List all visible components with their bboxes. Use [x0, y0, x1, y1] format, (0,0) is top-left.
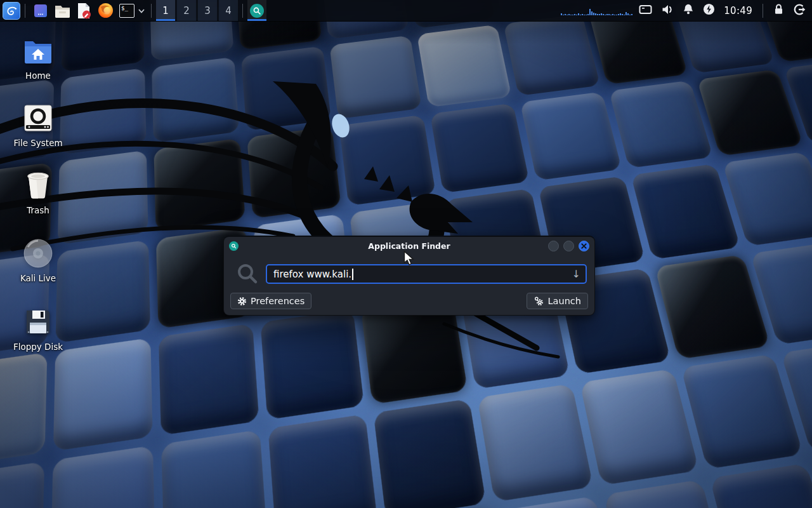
folder-icon	[55, 4, 70, 18]
desktop-icon-floppy-disk[interactable]: Floppy Disk	[8, 307, 69, 352]
window-title: Application Finder	[224, 241, 594, 251]
terminal-icon: $_	[119, 4, 134, 18]
wallpaper-cube	[159, 323, 259, 435]
clock[interactable]: 10:49	[724, 5, 752, 17]
wallpaper-cube	[520, 91, 622, 180]
wallpaper-cube	[241, 46, 331, 131]
wallpaper-cube	[374, 399, 487, 508]
volume-icon[interactable]	[661, 4, 674, 18]
launch-button[interactable]: Launch	[527, 293, 588, 309]
wallpaper-cube	[260, 309, 364, 420]
wallpaper-cube	[247, 126, 341, 218]
workspace-2[interactable]: 2	[177, 0, 196, 21]
lock-icon[interactable]	[773, 3, 784, 18]
preferences-button[interactable]: Preferences	[230, 293, 311, 309]
launcher-firefox[interactable]	[97, 2, 114, 20]
workspace-switcher: 1 2 3 4	[156, 0, 238, 21]
wallpaper-cube	[417, 25, 511, 107]
logout-icon[interactable]	[793, 3, 806, 18]
wallpaper-cube	[697, 69, 803, 156]
search-input-value: firefox www.kali.	[273, 269, 351, 280]
launcher-file-manager[interactable]	[54, 2, 70, 20]
wallpaper-cube	[329, 36, 422, 119]
wallpaper-cube	[51, 445, 155, 508]
desktop-icon-home[interactable]: Home	[8, 36, 69, 81]
panel-separator	[25, 4, 25, 18]
workspace-1[interactable]: 1	[156, 0, 175, 21]
harddrive-icon	[23, 103, 53, 133]
wallpaper-cube	[503, 14, 600, 96]
wallpaper-cube	[710, 464, 812, 508]
wallpaper-cube	[60, 68, 147, 154]
run-gear-icon	[534, 296, 544, 306]
titlebar[interactable]: Application Finder	[224, 237, 594, 255]
workspace-4[interactable]: 4	[219, 0, 238, 21]
wallpaper-cube	[655, 255, 770, 359]
wallpaper-cube	[339, 115, 436, 206]
applications-menu-button[interactable]	[3, 2, 20, 20]
finder-body: firefox www.kali. ↓ Preferences Launch	[224, 255, 594, 316]
trash-icon	[23, 170, 53, 201]
wallpaper-cube	[681, 354, 803, 469]
desktop-icon-label: Floppy Disk	[13, 342, 63, 352]
wallpaper-cube	[161, 430, 267, 508]
wallpaper-cube	[56, 240, 150, 344]
dropdown-arrow-icon[interactable]: ↓	[572, 268, 580, 280]
desktop-icon-label: Home	[25, 70, 51, 81]
wallpaper-cube	[0, 352, 47, 467]
close-button[interactable]	[579, 241, 589, 251]
terminal-dropdown-chevron[interactable]	[138, 8, 145, 14]
launcher-terminal[interactable]: $_	[119, 2, 135, 20]
wallpaper-cube	[58, 150, 148, 245]
wallpaper-cube	[609, 81, 713, 168]
power-manager-icon[interactable]	[703, 3, 715, 18]
floppy-icon	[23, 307, 53, 337]
wallpaper-cube	[430, 103, 530, 193]
desktop-icon-label: Kali Live	[20, 273, 56, 283]
optical-disc-icon	[23, 238, 53, 269]
document-edit-icon	[76, 3, 91, 19]
workspace-3[interactable]: 3	[198, 0, 217, 21]
desktop-icon-label: File System	[13, 138, 62, 148]
display-icon[interactable]	[639, 4, 652, 18]
launcher-text-editor[interactable]	[75, 2, 92, 20]
wallpaper-cube	[152, 57, 239, 143]
desktop-icon-trash[interactable]: Trash	[8, 170, 69, 215]
wallpaper-cube	[631, 164, 740, 260]
notifications-bell-icon[interactable]	[683, 3, 694, 18]
wallpaper-cube	[580, 369, 699, 486]
desktop-icon-label: Trash	[27, 205, 49, 215]
top-panel: $_ 1 2 3 4	[0, 0, 812, 22]
home-folder-icon	[23, 36, 53, 66]
wallpaper-cube	[477, 384, 593, 502]
wallpaper-cube	[268, 414, 377, 508]
wallpaper-cube	[0, 462, 44, 508]
wallpaper-cube	[154, 138, 245, 232]
wallpaper-cube	[604, 479, 730, 508]
dashboard-icon	[33, 3, 48, 18]
desktop-icon-kali-live[interactable]: Kali Live	[8, 238, 69, 283]
search-glyph-icon	[236, 262, 259, 288]
network-activity-graph[interactable]	[561, 6, 632, 15]
text-caret	[352, 269, 353, 280]
gear-icon	[237, 297, 247, 306]
panel-separator	[763, 4, 763, 18]
application-finder-window: Application Finder firefox www.kali. ↓	[223, 236, 595, 316]
search-icon	[250, 4, 264, 18]
minimize-button[interactable]	[548, 241, 559, 251]
taskbar-application-finder[interactable]	[247, 0, 266, 21]
maximize-button[interactable]	[563, 241, 574, 251]
panel-separator	[242, 4, 243, 18]
wallpaper-cube	[53, 338, 153, 451]
desktop-icon-file-system[interactable]: File System	[8, 103, 69, 148]
firefox-icon	[98, 3, 114, 18]
search-input[interactable]: firefox www.kali. ↓	[266, 264, 587, 284]
panel-separator	[151, 4, 152, 18]
kali-logo	[5, 4, 18, 17]
close-icon	[581, 243, 587, 249]
launcher-dashboard[interactable]	[32, 2, 49, 20]
